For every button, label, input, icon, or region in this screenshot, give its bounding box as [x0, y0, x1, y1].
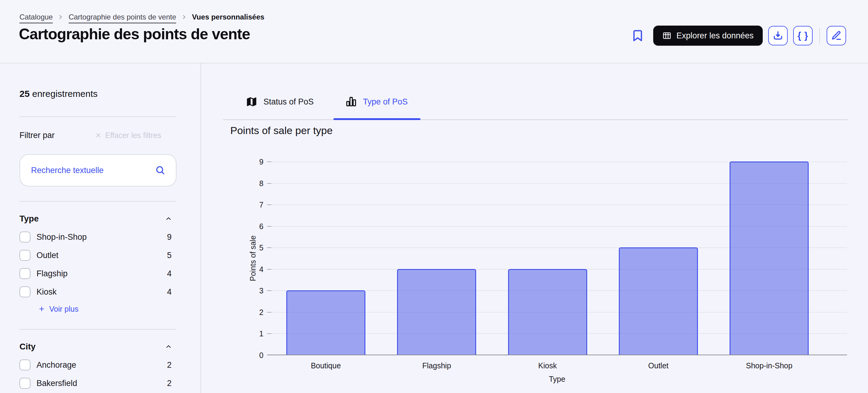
- filter-option-label: Outlet: [36, 251, 58, 260]
- sidebar-divider: [20, 329, 177, 330]
- records-count: 25 enregistrements: [20, 88, 177, 99]
- x-tick-label: Shop-in-Shop: [717, 361, 821, 370]
- y-tick-label: 3: [239, 286, 264, 295]
- filter-option-row[interactable]: Flagship4: [20, 268, 177, 280]
- bar-flagship[interactable]: [397, 269, 476, 355]
- x-tick-label: Flagship: [385, 361, 488, 370]
- y-tick-mark: [267, 226, 271, 227]
- x-axis-line: [267, 355, 847, 355]
- explore-data-label: Explorer les données: [676, 31, 754, 40]
- close-icon: [95, 132, 102, 139]
- clear-filters-button[interactable]: Effacer les filtres: [95, 131, 177, 140]
- page-header: CatalogueCartographie des points de vent…: [0, 0, 868, 63]
- sidebar-divider: [20, 116, 177, 117]
- filter-option-row[interactable]: Kiosk4: [20, 286, 177, 298]
- search-box: [20, 154, 177, 187]
- filter-checkbox[interactable]: [20, 231, 30, 243]
- app-root: CatalogueCartographie des points de vent…: [0, 0, 868, 393]
- page-title: Cartographie des points de vente: [19, 25, 250, 43]
- search-input[interactable]: [30, 165, 155, 175]
- x-tick-label: Boutique: [274, 361, 378, 370]
- y-tick-label: 8: [239, 179, 264, 188]
- filter-checkbox[interactable]: [20, 360, 30, 370]
- filter-section-header: City: [20, 341, 177, 353]
- page-body: 25 enregistrements Filtrer par Effacer l…: [0, 63, 868, 393]
- chevron-up-icon[interactable]: [165, 215, 172, 222]
- filter-option-label: Anchorage: [36, 360, 76, 370]
- bookmark-icon[interactable]: [631, 29, 644, 42]
- filter-option-count: 5: [167, 251, 172, 260]
- filter-checkbox[interactable]: [20, 250, 30, 261]
- chevron-right-icon: [58, 14, 64, 20]
- filter-section-title: Type: [20, 214, 39, 224]
- y-tick-label: 5: [239, 243, 264, 252]
- y-tick-label: 4: [239, 265, 264, 274]
- chevron-up-icon[interactable]: [165, 343, 172, 350]
- filter-section-header: Type: [20, 213, 177, 225]
- filter-checkbox[interactable]: [20, 268, 30, 279]
- breadcrumb: CatalogueCartographie des points de vent…: [20, 13, 265, 21]
- api-braces-button[interactable]: { }: [793, 26, 813, 46]
- y-tick-mark: [267, 269, 271, 270]
- filter-sections: TypeShop-in-Shop9Outlet5Flagship4Kiosk4V…: [20, 201, 177, 389]
- y-tick-mark: [267, 290, 271, 291]
- download-button[interactable]: [768, 26, 788, 46]
- x-axis-label: Type: [527, 375, 588, 384]
- breadcrumb-link[interactable]: Catalogue: [20, 13, 53, 21]
- filter-option-row[interactable]: Bakersfield2: [20, 377, 177, 389]
- bar-kiosk[interactable]: [508, 269, 587, 355]
- filter-sidebar: 25 enregistrements Filtrer par Effacer l…: [0, 63, 201, 393]
- y-tick-label: 9: [239, 157, 264, 166]
- filter-option-count: 9: [167, 232, 172, 242]
- see-more-label: Voir plus: [49, 305, 79, 313]
- braces-icon: { }: [798, 30, 808, 41]
- y-tick-label: 6: [239, 222, 264, 231]
- y-tick-label: 1: [239, 329, 264, 338]
- filter-title: Filtrer par: [20, 131, 55, 140]
- explore-data-button[interactable]: Explorer les données: [653, 26, 763, 46]
- header-actions: Explorer les données { }: [631, 26, 846, 46]
- y-tick-label: 0: [239, 350, 264, 360]
- filter-checkbox[interactable]: [20, 286, 30, 297]
- sidebar-divider: [20, 201, 177, 202]
- filter-option-label: Bakersfield: [36, 379, 77, 388]
- bar-shop-in-shop[interactable]: [730, 162, 809, 355]
- bar-outlet[interactable]: [619, 247, 698, 355]
- filter-option-row[interactable]: Anchorage2: [20, 359, 177, 371]
- records-number: 25: [20, 89, 30, 99]
- filter-checkbox[interactable]: [20, 378, 30, 389]
- filter-section-title: City: [20, 342, 36, 352]
- filter-option-label: Shop-in-Shop: [36, 232, 87, 242]
- table-icon: [662, 31, 672, 40]
- search-icon[interactable]: [155, 165, 165, 175]
- filter-option-label: Kiosk: [36, 287, 57, 297]
- main-content: Status of PoS Type of PoS Points of sale…: [201, 63, 868, 393]
- pencil-icon: [831, 30, 842, 41]
- chevron-right-icon: [181, 14, 187, 20]
- y-tick-mark: [267, 333, 271, 334]
- breadcrumb-link[interactable]: Cartographie des points de vente: [68, 13, 176, 21]
- bar-chart: Points of sale Type 0123456789BoutiqueFl…: [201, 63, 868, 393]
- see-more-button[interactable]: Voir plus: [38, 303, 177, 314]
- filter-option-row[interactable]: Shop-in-Shop9: [20, 231, 177, 243]
- edit-button[interactable]: [827, 26, 846, 46]
- x-tick-label: Outlet: [607, 361, 710, 370]
- bar-boutique[interactable]: [286, 290, 365, 355]
- y-tick-mark: [267, 247, 271, 248]
- y-tick-mark: [267, 162, 271, 162]
- filter-option-count: 4: [167, 287, 172, 297]
- y-tick-mark: [267, 183, 271, 184]
- breadcrumb-current: Vues personnalisées: [192, 13, 265, 21]
- y-tick-mark: [267, 204, 271, 205]
- filter-option-count: 4: [167, 269, 172, 278]
- filter-option-count: 2: [167, 379, 172, 388]
- filter-option-row[interactable]: Outlet5: [20, 249, 177, 261]
- y-tick-label: 7: [239, 200, 264, 209]
- y-tick-label: 2: [239, 308, 264, 317]
- y-axis-label: Points of sale: [249, 235, 257, 281]
- actions-divider: [819, 28, 820, 44]
- filter-option-label: Flagship: [36, 269, 67, 278]
- records-label: enregistrements: [32, 89, 98, 99]
- filter-option-count: 2: [167, 360, 172, 370]
- x-tick-label: Kiosk: [496, 361, 599, 370]
